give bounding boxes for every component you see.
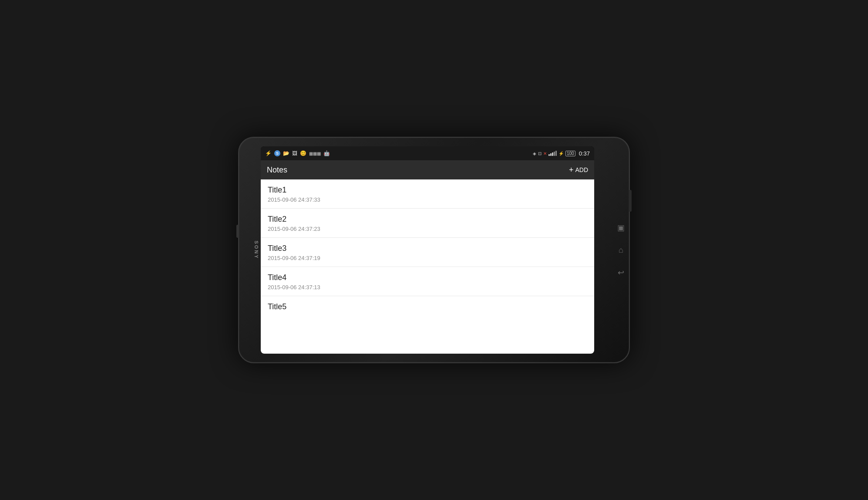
status-bar: ⚡ S 📂 🖼 😊 ▦▦▦ 🤖 ◈ ⊡ ✕ — [261, 146, 594, 160]
note-item-1[interactable]: Title1 2015-09-06 24:37:33 — [261, 179, 594, 209]
image-icon: 🖼 — [292, 150, 297, 156]
add-plus-icon: + — [569, 166, 574, 175]
status-icons-left: ⚡ S 📂 🖼 😊 ▦▦▦ 🤖 — [265, 150, 533, 156]
signal-bar-1 — [548, 154, 550, 156]
usb-icon: ⚡ — [265, 150, 272, 156]
signal-bar-3 — [552, 152, 553, 156]
android-icon: 🤖 — [323, 150, 330, 156]
note-date-1: 2015-09-06 24:37:33 — [268, 196, 587, 203]
s-app-icon: S — [274, 150, 280, 156]
nav-buttons: ▣ ⌂ ↩ — [617, 223, 625, 277]
note-item-5[interactable]: Title5 — [261, 296, 594, 318]
battery-level: 100 — [565, 151, 575, 156]
wifi-off-icon: ✕ — [543, 151, 547, 156]
add-label: ADD — [575, 166, 588, 173]
phone-device: SONY ⚡ S 📂 🖼 😊 ▦▦▦ 🤖 — [238, 137, 630, 363]
side-button-left[interactable] — [236, 225, 239, 238]
note-date-2: 2015-09-06 24:37:23 — [268, 226, 587, 232]
nfc-icon: ◈ — [533, 151, 536, 156]
status-icons-right: ◈ ⊡ ✕ ⚡ 100 0:37 — [533, 150, 590, 157]
add-button[interactable]: + ADD — [569, 166, 588, 175]
recent-apps-button[interactable]: ▣ — [617, 223, 625, 233]
barcode-icon: ▦▦▦ — [309, 151, 321, 156]
screenshot-icon: ⊡ — [538, 151, 542, 156]
app-title: Notes — [267, 166, 569, 175]
side-button-right[interactable] — [629, 190, 632, 212]
brand-label: SONY — [254, 240, 259, 259]
note-title-1: Title1 — [268, 186, 587, 195]
note-item-4[interactable]: Title4 2015-09-06 24:37:13 — [261, 267, 594, 296]
note-item-3[interactable]: Title3 2015-09-06 24:37:19 — [261, 238, 594, 267]
home-button[interactable]: ⌂ — [619, 246, 623, 255]
back-button[interactable]: ↩ — [618, 268, 624, 277]
note-title-3: Title3 — [268, 244, 587, 253]
signal-bar-4 — [554, 152, 555, 156]
note-title-5: Title5 — [268, 302, 587, 311]
signal-bar-2 — [550, 153, 552, 156]
note-date-3: 2015-09-06 24:37:19 — [268, 255, 587, 261]
signal-bars — [548, 151, 557, 156]
note-title-2: Title2 — [268, 215, 587, 224]
screen: ⚡ S 📂 🖼 😊 ▦▦▦ 🤖 ◈ ⊡ ✕ — [261, 146, 594, 354]
battery-icon: ⚡ — [558, 151, 564, 156]
note-date-4: 2015-09-06 24:37:13 — [268, 284, 587, 291]
status-time: 0:37 — [579, 150, 590, 157]
app-bar: Notes + ADD — [261, 160, 594, 179]
emoji-icon: 😊 — [300, 150, 306, 156]
note-title-4: Title4 — [268, 273, 587, 282]
notes-list: Title1 2015-09-06 24:37:33 Title2 2015-0… — [261, 179, 594, 354]
folder-icon: 📂 — [283, 150, 289, 156]
note-item-2[interactable]: Title2 2015-09-06 24:37:23 — [261, 209, 594, 238]
signal-bar-5 — [555, 151, 557, 156]
